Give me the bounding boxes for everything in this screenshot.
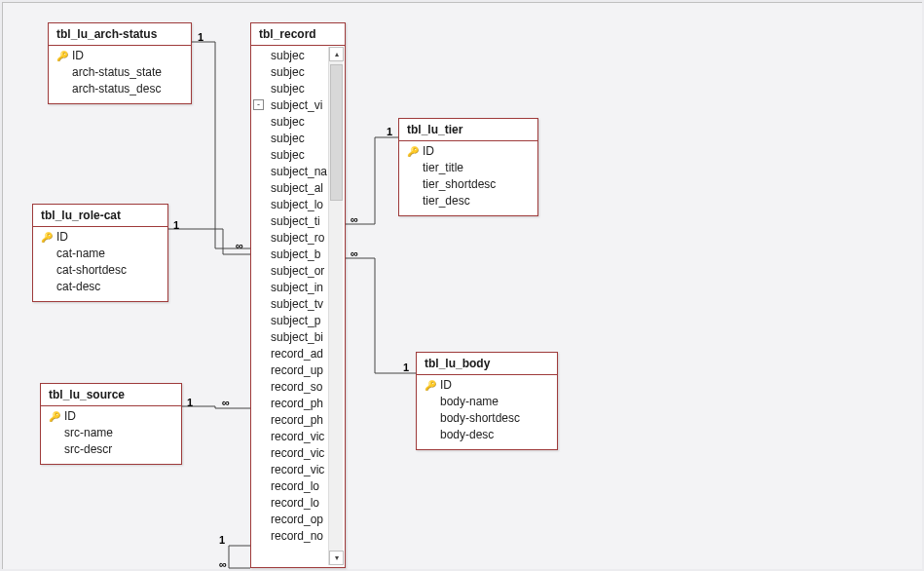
- field-name: subject_p: [271, 314, 320, 328]
- field-name: subject_vi: [271, 98, 322, 113]
- table-field[interactable]: 🔑ID: [405, 143, 532, 160]
- card-label: 1: [387, 126, 392, 137]
- table-field[interactable]: tier_shortdesc: [405, 176, 532, 193]
- field-name: record_op: [271, 513, 323, 527]
- field-name: record_vic: [271, 463, 324, 477]
- card-label: ∞: [351, 213, 358, 225]
- table-title: tbl_lu_tier: [399, 119, 537, 138]
- pk-icon: 🔑: [41, 232, 53, 243]
- table-field[interactable]: 🔑ID: [47, 408, 175, 425]
- table-body-lu[interactable]: tbl_lu_body 🔑ID body-name body-shortdesc…: [416, 352, 558, 450]
- title-divider: [49, 45, 191, 46]
- field-name: subject_or: [271, 264, 324, 279]
- field-name: body-name: [440, 395, 499, 409]
- table-field[interactable]: arch-status_desc: [55, 81, 185, 97]
- field-name: subjec: [271, 82, 305, 96]
- table-field[interactable]: body-shortdesc: [423, 410, 551, 427]
- scroll-up-button[interactable]: ▴: [329, 47, 344, 61]
- field-name: cat-shortdesc: [56, 263, 127, 278]
- table-field[interactable]: cat-name: [39, 246, 162, 262]
- table-record[interactable]: tbl_record subjecsubjecsubjec-subject_vi…: [250, 22, 346, 568]
- card-label: ∞: [236, 240, 243, 251]
- table-body: 🔑ID tier_title tier_shortdesc tier_desc: [399, 143, 537, 215]
- table-field[interactable]: tier_desc: [405, 193, 532, 209]
- field-name: arch-status_state: [72, 65, 162, 80]
- field-name: subject_in: [271, 281, 323, 295]
- field-name: ID: [56, 230, 68, 245]
- field-name: subjec: [271, 132, 305, 146]
- field-name: record_no: [271, 529, 323, 544]
- title-divider: [33, 226, 167, 227]
- field-name: arch-status_desc: [72, 82, 161, 96]
- field-name: tier_desc: [423, 194, 470, 209]
- card-label: 1: [173, 219, 179, 231]
- field-name: subjec: [271, 49, 305, 63]
- field-name: record_vic: [271, 430, 324, 444]
- field-name: cat-desc: [56, 280, 100, 294]
- title-divider: [399, 140, 537, 141]
- card-label: 1: [198, 31, 203, 43]
- field-name: ID: [440, 378, 452, 393]
- field-name: subjec: [271, 115, 305, 130]
- table-title: tbl_lu_role-cat: [33, 205, 167, 224]
- field-name: subject_bi: [271, 330, 323, 345]
- table-field[interactable]: src-descr: [47, 441, 175, 458]
- field-name: record_ph: [271, 413, 323, 428]
- card-label: ∞: [219, 558, 227, 570]
- relationship-canvas[interactable]: 1 ∞ 1 1 ∞ 1 ∞ ∞ 1 ∞ 1 tbl_lu_arch-status…: [2, 2, 922, 569]
- field-name: body-shortdesc: [440, 411, 520, 426]
- table-field[interactable]: cat-shortdesc: [39, 262, 162, 279]
- card-label: 1: [187, 397, 193, 408]
- tree-expander-icon[interactable]: -: [253, 99, 264, 110]
- scroll-down-button[interactable]: ▾: [329, 551, 344, 565]
- field-name: body-desc: [440, 428, 494, 442]
- table-field[interactable]: 🔑ID: [423, 377, 551, 394]
- field-name: ID: [64, 409, 76, 424]
- card-label: ∞: [351, 247, 358, 259]
- table-title: tbl_lu_body: [417, 353, 557, 372]
- field-name: subject_lo: [271, 198, 323, 212]
- table-field[interactable]: body-desc: [423, 427, 551, 443]
- field-name: src-descr: [64, 442, 112, 457]
- field-name: subject_al: [271, 181, 323, 196]
- table-field[interactable]: tier_title: [405, 160, 532, 176]
- table-field[interactable]: 🔑ID: [39, 229, 162, 246]
- field-name: record_lo: [271, 479, 319, 494]
- table-field[interactable]: cat-desc: [39, 279, 162, 295]
- vertical-scrollbar[interactable]: ▴ ▾: [328, 47, 343, 565]
- field-name: subject_na: [271, 165, 327, 179]
- field-name: record_vic: [271, 446, 324, 461]
- field-name: record_lo: [271, 496, 319, 511]
- table-field[interactable]: arch-status_state: [55, 64, 185, 81]
- pk-icon: 🔑: [425, 380, 436, 391]
- field-name: subject_ro: [271, 231, 324, 246]
- field-name: subject_ti: [271, 214, 320, 229]
- table-field[interactable]: body-name: [423, 394, 551, 410]
- field-name: record_so: [271, 380, 322, 395]
- scrollbar-thumb[interactable]: [330, 64, 343, 201]
- table-title: tbl_record: [251, 23, 345, 43]
- field-name: record_ad: [271, 347, 323, 362]
- table-body: 🔑ID body-name body-shortdesc body-desc: [417, 377, 557, 449]
- table-arch-status[interactable]: tbl_lu_arch-status 🔑ID arch-status_state…: [48, 22, 192, 104]
- pk-icon: 🔑: [49, 411, 60, 422]
- field-name: tier_title: [423, 161, 463, 175]
- field-name: subjec: [271, 65, 305, 80]
- table-body: 🔑ID src-name src-descr: [41, 408, 181, 464]
- title-divider: [251, 45, 345, 46]
- title-divider: [417, 374, 557, 375]
- table-title: tbl_lu_source: [41, 384, 181, 403]
- field-name: record_up: [271, 363, 323, 378]
- table-field[interactable]: 🔑ID: [55, 48, 185, 64]
- field-name: record_ph: [271, 397, 323, 411]
- field-name: ID: [423, 144, 434, 159]
- table-body: 🔑ID arch-status_state arch-status_desc: [49, 48, 191, 103]
- table-source[interactable]: tbl_lu_source 🔑ID src-name src-descr: [40, 383, 182, 465]
- title-divider: [41, 405, 181, 406]
- field-name: cat-name: [56, 247, 105, 261]
- table-tier[interactable]: tbl_lu_tier 🔑ID tier_title tier_shortdes…: [398, 118, 538, 216]
- table-body: 🔑ID cat-name cat-shortdesc cat-desc: [33, 229, 167, 301]
- field-name: subjec: [271, 148, 305, 163]
- table-role-cat[interactable]: tbl_lu_role-cat 🔑ID cat-name cat-shortde…: [32, 204, 168, 302]
- table-field[interactable]: src-name: [47, 425, 175, 441]
